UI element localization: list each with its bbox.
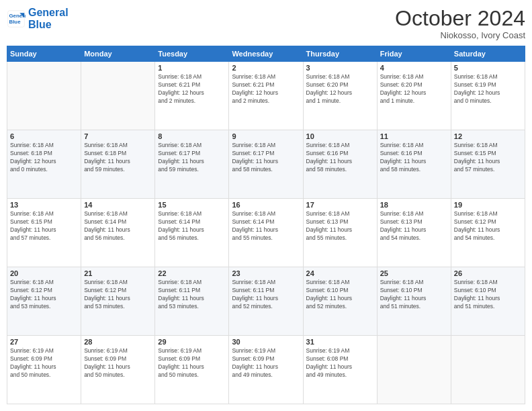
day-info: Sunrise: 6:18 AM Sunset: 6:10 PM Dayligh… [380,279,448,311]
calendar-cell: 6Sunrise: 6:18 AM Sunset: 6:18 PM Daylig… [7,130,81,199]
day-number: 31 [306,338,374,346]
calendar-cell: 27Sunrise: 6:19 AM Sunset: 6:09 PM Dayli… [7,336,81,404]
day-info: Sunrise: 6:18 AM Sunset: 6:12 PM Dayligh… [84,279,152,311]
calendar-cell: 21Sunrise: 6:18 AM Sunset: 6:12 PM Dayli… [81,267,155,336]
location: Niokosso, Ivory Coast [395,30,525,40]
day-info: Sunrise: 6:19 AM Sunset: 6:09 PM Dayligh… [84,347,152,379]
day-info: Sunrise: 6:18 AM Sunset: 6:15 PM Dayligh… [454,142,522,174]
calendar-cell: 19Sunrise: 6:18 AM Sunset: 6:12 PM Dayli… [451,199,525,267]
day-number: 27 [10,338,78,346]
weekday-header-tuesday: Tuesday [155,46,229,62]
day-number: 19 [454,201,522,209]
calendar-cell: 18Sunrise: 6:18 AM Sunset: 6:13 PM Dayli… [377,199,451,267]
week-row-5: 27Sunrise: 6:19 AM Sunset: 6:09 PM Dayli… [7,336,525,404]
day-number: 22 [158,269,226,277]
header: General Blue GeneralBlue October 2024 Ni… [7,7,525,40]
day-number: 15 [158,201,226,209]
day-info: Sunrise: 6:18 AM Sunset: 6:18 PM Dayligh… [84,142,152,174]
day-number: 8 [158,132,226,140]
calendar-cell: 9Sunrise: 6:18 AM Sunset: 6:17 PM Daylig… [229,130,303,199]
day-number: 24 [306,269,374,277]
day-info: Sunrise: 6:18 AM Sunset: 6:12 PM Dayligh… [454,210,522,242]
day-info: Sunrise: 6:18 AM Sunset: 6:20 PM Dayligh… [306,73,374,105]
week-row-4: 20Sunrise: 6:18 AM Sunset: 6:12 PM Dayli… [7,267,525,336]
calendar-cell: 11Sunrise: 6:18 AM Sunset: 6:16 PM Dayli… [377,130,451,199]
calendar-cell: 3Sunrise: 6:18 AM Sunset: 6:20 PM Daylig… [303,62,377,130]
day-info: Sunrise: 6:19 AM Sunset: 6:08 PM Dayligh… [306,347,374,379]
day-info: Sunrise: 6:18 AM Sunset: 6:10 PM Dayligh… [306,279,374,311]
calendar-cell: 8Sunrise: 6:18 AM Sunset: 6:17 PM Daylig… [155,130,229,199]
day-info: Sunrise: 6:18 AM Sunset: 6:10 PM Dayligh… [454,279,522,311]
week-row-1: 1Sunrise: 6:18 AM Sunset: 6:21 PM Daylig… [7,62,525,130]
calendar-cell [81,62,155,130]
calendar-cell [451,336,525,404]
calendar-cell: 12Sunrise: 6:18 AM Sunset: 6:15 PM Dayli… [451,130,525,199]
day-number: 5 [454,64,522,72]
day-number: 23 [232,269,300,277]
day-info: Sunrise: 6:18 AM Sunset: 6:11 PM Dayligh… [158,279,226,311]
day-number: 12 [454,132,522,140]
day-info: Sunrise: 6:18 AM Sunset: 6:15 PM Dayligh… [10,210,78,242]
week-row-3: 13Sunrise: 6:18 AM Sunset: 6:15 PM Dayli… [7,199,525,267]
day-info: Sunrise: 6:18 AM Sunset: 6:17 PM Dayligh… [158,142,226,174]
day-number: 14 [84,201,152,209]
day-info: Sunrise: 6:18 AM Sunset: 6:16 PM Dayligh… [380,142,448,174]
day-number: 20 [10,269,78,277]
day-number: 1 [158,64,226,72]
day-info: Sunrise: 6:18 AM Sunset: 6:16 PM Dayligh… [306,142,374,174]
day-info: Sunrise: 6:18 AM Sunset: 6:14 PM Dayligh… [158,210,226,242]
day-info: Sunrise: 6:18 AM Sunset: 6:21 PM Dayligh… [232,73,300,105]
calendar-cell: 22Sunrise: 6:18 AM Sunset: 6:11 PM Dayli… [155,267,229,336]
day-number: 30 [232,338,300,346]
day-number: 4 [380,64,448,72]
day-number: 10 [306,132,374,140]
calendar-cell: 10Sunrise: 6:18 AM Sunset: 6:16 PM Dayli… [303,130,377,199]
page: General Blue GeneralBlue October 2024 Ni… [0,0,532,411]
day-number: 17 [306,201,374,209]
day-number: 29 [158,338,226,346]
day-number: 26 [454,269,522,277]
day-info: Sunrise: 6:18 AM Sunset: 6:17 PM Dayligh… [232,142,300,174]
calendar-cell: 14Sunrise: 6:18 AM Sunset: 6:14 PM Dayli… [81,199,155,267]
calendar-cell: 1Sunrise: 6:18 AM Sunset: 6:21 PM Daylig… [155,62,229,130]
weekday-header-friday: Friday [377,46,451,62]
logo-icon: General Blue [7,9,26,28]
day-info: Sunrise: 6:18 AM Sunset: 6:12 PM Dayligh… [10,279,78,311]
day-number: 3 [306,64,374,72]
day-number: 28 [84,338,152,346]
title-block: October 2024 Niokosso, Ivory Coast [395,7,525,40]
calendar-cell: 24Sunrise: 6:18 AM Sunset: 6:10 PM Dayli… [303,267,377,336]
day-number: 16 [232,201,300,209]
calendar-cell: 5Sunrise: 6:18 AM Sunset: 6:19 PM Daylig… [451,62,525,130]
logo: General Blue GeneralBlue [7,7,69,30]
day-number: 25 [380,269,448,277]
day-number: 9 [232,132,300,140]
weekday-header-sunday: Sunday [7,46,81,62]
day-info: Sunrise: 6:18 AM Sunset: 6:19 PM Dayligh… [454,73,522,105]
calendar-cell: 20Sunrise: 6:18 AM Sunset: 6:12 PM Dayli… [7,267,81,336]
month-title: October 2024 [395,7,525,30]
calendar-cell: 26Sunrise: 6:18 AM Sunset: 6:10 PM Dayli… [451,267,525,336]
day-info: Sunrise: 6:18 AM Sunset: 6:11 PM Dayligh… [232,279,300,311]
day-info: Sunrise: 6:19 AM Sunset: 6:09 PM Dayligh… [232,347,300,379]
weekday-header-saturday: Saturday [451,46,525,62]
calendar: SundayMondayTuesdayWednesdayThursdayFrid… [7,46,525,404]
day-info: Sunrise: 6:18 AM Sunset: 6:13 PM Dayligh… [306,210,374,242]
calendar-cell: 15Sunrise: 6:18 AM Sunset: 6:14 PM Dayli… [155,199,229,267]
weekday-header-monday: Monday [81,46,155,62]
calendar-cell: 7Sunrise: 6:18 AM Sunset: 6:18 PM Daylig… [81,130,155,199]
day-number: 7 [84,132,152,140]
day-info: Sunrise: 6:18 AM Sunset: 6:20 PM Dayligh… [380,73,448,105]
calendar-cell: 16Sunrise: 6:18 AM Sunset: 6:14 PM Dayli… [229,199,303,267]
day-number: 11 [380,132,448,140]
weekday-header-wednesday: Wednesday [229,46,303,62]
calendar-cell: 29Sunrise: 6:19 AM Sunset: 6:09 PM Dayli… [155,336,229,404]
day-number: 18 [380,201,448,209]
logo-text: GeneralBlue [28,7,69,30]
calendar-cell: 30Sunrise: 6:19 AM Sunset: 6:09 PM Dayli… [229,336,303,404]
svg-text:Blue: Blue [9,19,21,25]
calendar-cell [7,62,81,130]
day-info: Sunrise: 6:18 AM Sunset: 6:21 PM Dayligh… [158,73,226,105]
day-info: Sunrise: 6:18 AM Sunset: 6:14 PM Dayligh… [232,210,300,242]
calendar-cell: 23Sunrise: 6:18 AM Sunset: 6:11 PM Dayli… [229,267,303,336]
